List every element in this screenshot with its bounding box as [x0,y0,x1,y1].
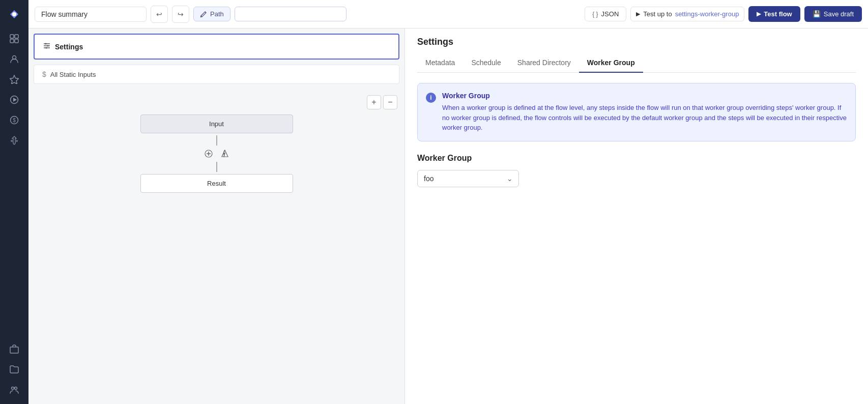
save-draft-button[interactable]: 💾 Save draft [804,6,862,22]
svg-rect-4 [15,39,18,43]
logo-icon[interactable] [5,5,23,23]
worker-group-select-wrapper: foo default settings-worker-group [417,170,519,187]
sidebar-item-play[interactable] [5,91,23,109]
undo-icon: ↩ [156,10,162,18]
tab-worker-group[interactable]: Worker Group [579,53,643,73]
play-icon: ▶ [636,11,640,17]
sidebar-item-plugins[interactable] [5,131,23,150]
sidebar-item-dashboard[interactable] [5,30,23,48]
settings-list-icon [43,42,51,51]
svg-point-17 [45,43,47,45]
save-icon: 💾 [813,10,821,18]
connector-line-1 [216,135,217,146]
svg-rect-1 [10,35,14,38]
dollar-icon: $ [42,70,46,78]
worker-group-select[interactable]: foo default settings-worker-group [417,170,519,187]
zoom-in-button[interactable]: + [367,95,381,109]
quick-action-icon[interactable] [219,148,231,160]
right-panel-header: Settings Metadata Schedule Shared Direct… [405,28,868,73]
tab-metadata[interactable]: Metadata [417,53,463,73]
static-inputs-label: All Static Inputs [50,71,96,78]
canvas-area: + − Input [28,89,404,404]
path-label: Path [210,10,224,18]
sidebar-bottom [5,340,23,399]
pencil-icon [200,11,207,18]
section-title: Worker Group [417,154,856,163]
redo-button[interactable]: ↪ [172,6,189,23]
sidebar-item-users[interactable] [5,50,23,68]
path-button[interactable]: Path [193,7,230,21]
input-node[interactable]: Input [140,114,293,133]
test-up-button[interactable]: ▶ Test up to settings-worker-group [630,7,744,21]
sidebar-item-billing[interactable]: $ [5,111,23,129]
left-panel: Settings $ All Static Inputs + − Input [28,28,405,404]
sidebar-item-packages[interactable] [5,340,23,358]
svg-rect-3 [10,39,14,43]
svg-point-19 [46,47,47,49]
test-flow-button[interactable]: ▶ Test flow [748,6,800,22]
json-label: JSON [601,10,619,18]
main-area: ↩ ↪ Path u/admin/verifiable_flow { } JSO… [28,0,868,404]
json-button[interactable]: { } JSON [585,7,626,21]
info-box: i Worker Group When a worker group is de… [417,83,856,141]
connector-icons [202,148,231,160]
tab-schedule[interactable]: Schedule [463,53,509,73]
info-title: Worker Group [442,92,847,100]
flow-connector [202,133,231,174]
save-draft-label: Save draft [824,10,854,18]
tabs: Metadata Schedule Shared Directory Worke… [417,53,856,73]
svg-marker-6 [10,75,19,84]
settings-label: Settings [55,43,83,51]
zoom-controls: + − [367,95,397,109]
panel-title: Settings [417,37,856,47]
info-icon: i [426,93,436,103]
svg-text:$: $ [13,118,16,123]
svg-marker-8 [13,98,17,102]
path-input[interactable]: u/admin/verifiable_flow [235,7,346,21]
svg-rect-2 [15,35,18,38]
test-flow-play-icon: ▶ [757,11,761,17]
test-up-target: settings-worker-group [675,10,739,18]
svg-point-18 [47,45,49,47]
test-flow-label: Test flow [764,10,792,18]
settings-header[interactable]: Settings [34,34,399,60]
result-node[interactable]: Result [140,174,293,193]
redo-icon: ↪ [178,10,184,18]
flow-summary-input[interactable] [35,7,147,22]
right-panel: Settings Metadata Schedule Shared Direct… [405,28,868,404]
add-step-icon[interactable] [202,148,215,160]
topbar: ↩ ↪ Path u/admin/verifiable_flow { } JSO… [28,0,868,28]
test-up-label: Test up to [643,10,672,18]
sidebar-item-team[interactable] [5,381,23,399]
tab-shared-directory[interactable]: Shared Directory [509,53,579,73]
static-inputs-row[interactable]: $ All Static Inputs [34,65,399,84]
svg-point-0 [12,12,16,16]
connector-line-2 [216,162,217,172]
svg-rect-11 [10,347,18,353]
sidebar-item-favorites[interactable] [5,70,23,89]
sidebar-item-folder[interactable] [5,360,23,379]
info-content: Worker Group When a worker group is defi… [442,92,847,133]
info-text: When a worker group is defined at the fl… [442,103,847,133]
sidebar: $ [0,0,28,404]
json-icon: { } [592,11,598,18]
undo-button[interactable]: ↩ [151,6,168,23]
right-panel-body: i Worker Group When a worker group is de… [405,73,868,404]
zoom-out-button[interactable]: − [383,95,397,109]
content-area: Settings $ All Static Inputs + − Input [28,28,868,404]
flow-diagram: Input [140,114,293,193]
